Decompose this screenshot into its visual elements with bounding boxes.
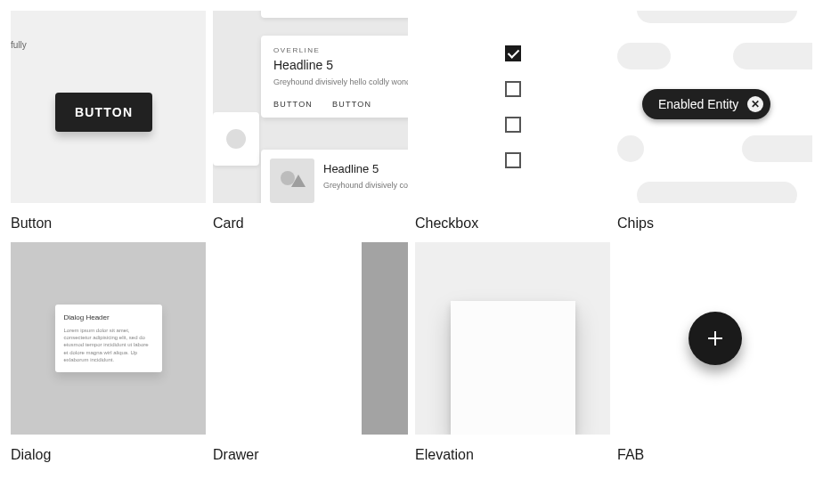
- component-tile-button[interactable]: fully BUTTON Button: [11, 11, 206, 235]
- checkbox-unchecked-icon: [505, 81, 521, 97]
- dialog-body: Lorem ipsum dolor sit amet, consectetur …: [64, 327, 153, 362]
- checkbox-unchecked-icon: [505, 117, 521, 133]
- contained-button: BUTTON: [55, 93, 152, 132]
- card-small: [213, 112, 259, 166]
- image-placeholder-icon: [270, 159, 314, 203]
- card-overline: OVERLINE: [273, 46, 408, 54]
- thumb-card: OVERLINE Headline 5 Greyhound divisively…: [213, 11, 408, 203]
- tile-label: Dialog: [11, 435, 206, 467]
- svg-rect-3: [708, 337, 722, 339]
- thumb-button: fully BUTTON: [11, 11, 206, 203]
- card-preview-2: Headline 5 Greyhound divisively coldly..…: [261, 150, 408, 203]
- component-tile-dialog[interactable]: Dialog Header Lorem ipsum dolor sit amet…: [11, 242, 206, 467]
- plus-icon: [705, 329, 725, 348]
- thumb-elevation: [415, 242, 610, 435]
- component-tile-chips[interactable]: Enabled Entity ✕ Chips: [617, 11, 812, 235]
- tile-label: Button: [11, 203, 206, 235]
- card-headline-2: Headline 5: [323, 162, 408, 175]
- tile-label: Drawer: [213, 435, 408, 467]
- drawer-panel: [213, 242, 362, 435]
- card-sliver: [261, 11, 408, 18]
- close-icon: ✕: [747, 96, 763, 112]
- elevation-surface: [451, 301, 575, 435]
- component-tile-fab[interactable]: FAB: [617, 242, 812, 467]
- card-body: Greyhound divisively hello coldly wonder…: [273, 77, 408, 87]
- tile-label: FAB: [617, 435, 812, 467]
- fab-button: [689, 312, 742, 365]
- card-body-2: Greyhound divisively coldly...: [323, 180, 408, 191]
- component-tile-checkbox[interactable]: Checkbox: [415, 11, 610, 235]
- card-action-2: BUTTON: [332, 100, 371, 109]
- thumb-drawer: [213, 242, 408, 435]
- chip-enabled: Enabled Entity ✕: [642, 89, 770, 119]
- tile-label: Elevation: [415, 435, 610, 467]
- tile-label: Chips: [617, 203, 812, 235]
- drawer-scrim: [362, 242, 408, 435]
- dialog-header: Dialog Header: [64, 313, 153, 321]
- checkbox-unchecked-icon: [505, 152, 521, 168]
- truncated-text: fully: [11, 40, 27, 50]
- thumb-fab: [617, 242, 812, 435]
- thumb-checkbox: [415, 11, 610, 203]
- card-action-1: BUTTON: [273, 100, 313, 109]
- tile-label: Card: [213, 203, 408, 235]
- component-tile-card[interactable]: OVERLINE Headline 5 Greyhound divisively…: [213, 11, 408, 235]
- svg-point-0: [281, 171, 295, 185]
- card-preview: OVERLINE Headline 5 Greyhound divisively…: [261, 36, 408, 118]
- component-tile-elevation[interactable]: Elevation: [415, 242, 610, 467]
- component-tile-drawer[interactable]: Drawer: [213, 242, 408, 467]
- card-actions: BUTTON BUTTON: [273, 100, 408, 109]
- thumb-dialog: Dialog Header Lorem ipsum dolor sit amet…: [11, 242, 206, 435]
- card-headline: Headline 5: [273, 58, 408, 72]
- tile-label: Checkbox: [415, 203, 610, 235]
- thumb-chips: Enabled Entity ✕: [617, 11, 812, 203]
- chip-label: Enabled Entity: [658, 97, 738, 111]
- dialog-preview: Dialog Header Lorem ipsum dolor sit amet…: [55, 305, 162, 371]
- checkbox-checked-icon: [505, 45, 521, 61]
